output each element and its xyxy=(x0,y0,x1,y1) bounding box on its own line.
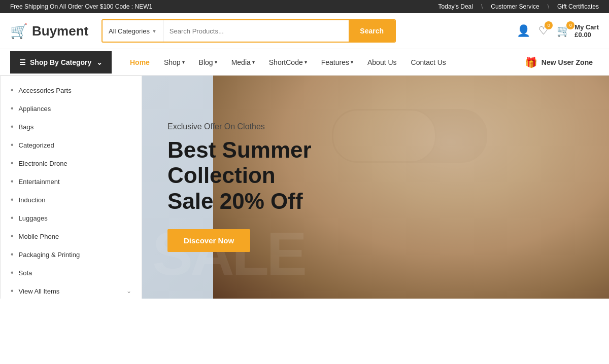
hero-title: Best Summer Collection Sale 20% Off xyxy=(167,137,315,214)
search-bar: All Categories ▼ Search xyxy=(101,19,396,43)
sidebar-item-bags[interactable]: Bags xyxy=(1,118,142,136)
wishlist-icon-button[interactable]: ♡ 0 xyxy=(538,24,549,38)
nav-blog[interactable]: Blog ▾ xyxy=(193,51,223,74)
shop-category-arrow-icon: ⌄ xyxy=(96,58,103,66)
nav-links: Home Shop ▾ Blog ▾ Media ▾ ShortCode ▾ F… xyxy=(114,51,517,74)
todays-deal-link[interactable]: Today's Deal xyxy=(438,3,473,10)
blog-arrow-icon: ▾ xyxy=(215,59,217,65)
shop-by-category-button[interactable]: ☰ Shop By Category ⌄ xyxy=(10,51,112,74)
nav-media[interactable]: Media ▾ xyxy=(225,51,261,74)
sidebar-item-accessories[interactable]: Accessories Parts xyxy=(1,81,142,99)
new-user-zone-label: New User Zone xyxy=(542,58,593,66)
hero-subtitle: Exclusive Offer On Clothes xyxy=(167,122,315,131)
sidebar-item-entertainment[interactable]: Entertainment xyxy=(1,172,142,191)
account-icon: 👤 xyxy=(517,24,530,38)
navbar: ☰ Shop By Category ⌄ Home Shop ▾ Blog ▾ … xyxy=(0,49,609,76)
search-input[interactable] xyxy=(163,20,349,42)
sidebar-category-list: Accessories Parts Appliances Bags Catego… xyxy=(1,76,142,299)
sidebar-item-luggages[interactable]: Luggages xyxy=(1,209,142,227)
sidebar-item-electronic-drone[interactable]: Electronic Drone xyxy=(1,154,142,172)
free-shipping-text: Free Shipping On All Order Over $100 Cod… xyxy=(10,3,152,10)
logo-icon: 🛒 xyxy=(10,23,28,40)
cart-area[interactable]: 🛒 0 My Cart £0.00 xyxy=(557,23,599,39)
gift-certificates-link[interactable]: Gift Certificates xyxy=(557,3,599,10)
discover-button[interactable]: Discover Now xyxy=(167,229,250,252)
account-icon-button[interactable]: 👤 xyxy=(517,24,530,38)
sidebar-item-categorized[interactable]: Categorized xyxy=(1,136,142,154)
logo-text: Buyment xyxy=(32,23,88,39)
category-dropdown[interactable]: All Categories ▼ xyxy=(103,20,163,42)
nav-features[interactable]: Features ▾ xyxy=(315,51,359,74)
cart-badge: 0 xyxy=(566,21,574,29)
sidebar-item-mobile-phone[interactable]: Mobile Phone xyxy=(1,227,142,245)
sidebar-item-induction[interactable]: Induction xyxy=(1,191,142,209)
nav-about[interactable]: About Us xyxy=(361,51,403,74)
shop-by-category-label: Shop By Category xyxy=(30,58,91,66)
sidebar-item-sofa[interactable]: Sofa xyxy=(1,264,142,282)
cart-text: My Cart £0.00 xyxy=(574,23,599,39)
cart-label: My Cart xyxy=(574,23,599,31)
top-banner-links: Today's Deal \ Customer Service \ Gift C… xyxy=(438,3,599,10)
header-icons: 👤 ♡ 0 🛒 0 My Cart £0.00 xyxy=(517,23,599,39)
sidebar-item-appliances[interactable]: Appliances xyxy=(1,99,142,118)
gift-icon: 🎁 xyxy=(525,56,537,68)
shortcode-arrow-icon: ▾ xyxy=(304,59,307,65)
features-arrow-icon: ▾ xyxy=(351,59,353,65)
main-content: SALE Exclusive Offer On Clothes Best Sum… xyxy=(0,76,609,299)
media-arrow-icon: ▾ xyxy=(252,59,255,65)
nav-contact[interactable]: Contact Us xyxy=(405,51,452,74)
sidebar-item-packaging[interactable]: Packaging & Printing xyxy=(1,245,142,264)
top-banner: Free Shipping On All Order Over $100 Cod… xyxy=(0,0,609,13)
view-all-arrow-icon: ⌄ xyxy=(126,287,131,295)
logo[interactable]: 🛒 Buyment xyxy=(10,23,91,40)
nav-shortcode[interactable]: ShortCode ▾ xyxy=(263,51,313,74)
cart-icon-button: 🛒 0 xyxy=(557,24,570,38)
cart-price: £0.00 xyxy=(574,31,599,39)
hamburger-icon: ☰ xyxy=(19,58,26,66)
category-label: All Categories xyxy=(109,27,150,35)
nav-shop[interactable]: Shop ▾ xyxy=(158,51,191,74)
new-user-zone-button[interactable]: 🎁 New User Zone xyxy=(519,52,599,72)
header: 🛒 Buyment All Categories ▼ Search 👤 ♡ 0 … xyxy=(0,13,609,49)
sidebar-item-view-all[interactable]: View All Items ⌄ xyxy=(1,282,142,299)
customer-service-link[interactable]: Customer Service xyxy=(491,3,539,10)
category-arrow-icon: ▼ xyxy=(152,28,157,34)
wishlist-badge: 0 xyxy=(545,21,553,29)
nav-home[interactable]: Home xyxy=(124,51,156,74)
sidebar: Accessories Parts Appliances Bags Catego… xyxy=(0,76,142,299)
shop-arrow-icon: ▾ xyxy=(182,59,185,65)
search-button[interactable]: Search xyxy=(349,20,395,42)
